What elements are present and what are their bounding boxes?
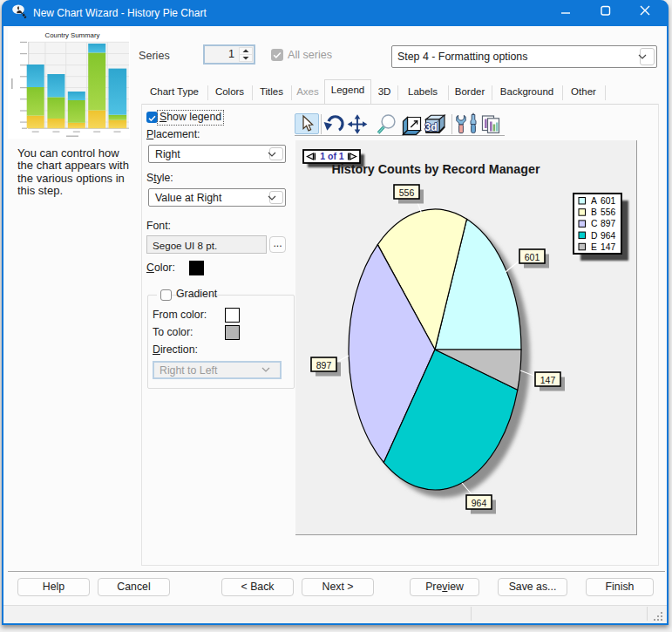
svg-text:601: 601 xyxy=(525,252,540,262)
svg-text:Country Summary: Country Summary xyxy=(45,31,100,39)
svg-text:3d: 3d xyxy=(425,121,438,133)
svg-text:601: 601 xyxy=(601,196,615,206)
svg-text:556: 556 xyxy=(399,187,415,198)
svg-text:964: 964 xyxy=(472,498,487,508)
svg-text:897: 897 xyxy=(601,219,615,228)
svg-text:A: A xyxy=(591,196,597,206)
svg-text:147: 147 xyxy=(540,375,556,385)
svg-text:E: E xyxy=(591,242,597,252)
svg-text:D: D xyxy=(591,231,597,241)
svg-text:556: 556 xyxy=(601,207,615,217)
svg-text:C: C xyxy=(591,219,598,228)
svg-text:B: B xyxy=(591,207,597,217)
svg-text:147: 147 xyxy=(601,242,615,252)
svg-text:1 of 1: 1 of 1 xyxy=(320,151,344,161)
svg-text:897: 897 xyxy=(316,360,332,370)
svg-text:964: 964 xyxy=(601,231,615,241)
